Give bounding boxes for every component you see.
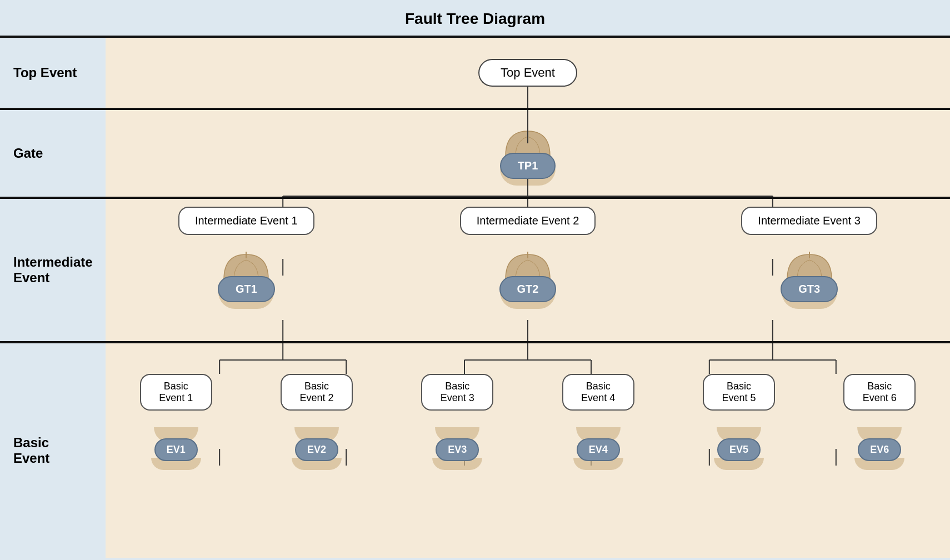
basic-event-box-2: BasicEvent 2	[281, 374, 353, 411]
intermediate-event-box-1: Intermediate Event 1	[178, 207, 314, 235]
top-event-row: Top Event Top Event	[0, 38, 950, 110]
ev3-pill: EV3	[436, 438, 479, 461]
basic-event-label: BasicEvent	[0, 343, 106, 558]
basic-event-row: BasicEvent	[0, 343, 950, 558]
basic-event-box-3: BasicEvent 3	[421, 374, 493, 411]
rows-container: Top Event Top Event Gate	[0, 38, 950, 558]
be1-text: BasicEvent 1	[159, 381, 193, 403]
intermediate-event-box-2: Intermediate Event 2	[460, 207, 596, 235]
basic-event-box-1: BasicEvent 1	[140, 374, 212, 411]
intermediate-event-box-3: Intermediate Event 3	[741, 207, 877, 235]
be4-text: BasicEvent 4	[581, 381, 615, 403]
basic-group-2: BasicEvent 2 EV2	[281, 374, 353, 470]
be2-text: BasicEvent 2	[299, 381, 333, 403]
be5-text: BasicEvent 5	[722, 381, 756, 403]
intermediate-group-2: Intermediate Event 2 GT2	[460, 207, 596, 302]
top-event-content: Top Event	[106, 38, 950, 108]
ev4-pill: EV4	[577, 438, 620, 461]
gt2-gate-pill: GT2	[499, 276, 557, 302]
basic-label-text: BasicEvent	[13, 435, 49, 466]
intermediate-group-3: Intermediate Event 3 GT3	[741, 207, 877, 302]
diagram-title: Fault Tree Diagram	[0, 0, 950, 38]
basic-content: BasicEvent 1 EV1 BasicEvent 2	[106, 343, 950, 558]
gt3-gate-pill: GT3	[781, 276, 838, 302]
basic-event-box-5: BasicEvent 5	[703, 374, 775, 411]
gate-row: Gate	[0, 110, 950, 199]
basic-group-1: BasicEvent 1 EV1	[140, 374, 212, 470]
basic-group-5: BasicEvent 5 EV5	[703, 374, 775, 470]
top-event-box: Top Event	[478, 59, 577, 87]
basic-event-box-4: BasicEvent 4	[562, 374, 634, 411]
ev1-pill: EV1	[154, 438, 198, 461]
basic-group-6: BasicEvent 6 EV6	[843, 374, 916, 470]
gt1-gate-pill: GT1	[218, 276, 275, 302]
basic-group-4: BasicEvent 4 EV4	[562, 374, 634, 470]
intermediate-event-label: IntermediateEvent	[0, 199, 106, 341]
gate-label: Gate	[0, 110, 106, 197]
basic-event-box-6: BasicEvent 6	[843, 374, 916, 411]
be3-text: BasicEvent 3	[441, 381, 474, 403]
ev2-pill: EV2	[295, 438, 338, 461]
ev6-pill: EV6	[858, 438, 901, 461]
tp1-gate-wrapper: TP1	[500, 128, 556, 179]
be6-text: BasicEvent 6	[863, 381, 897, 403]
tp1-gate-pill: TP1	[500, 153, 556, 179]
ev5-pill: EV5	[717, 438, 761, 461]
top-event-label: Top Event	[0, 38, 106, 108]
intermediate-label-text: IntermediateEvent	[13, 254, 93, 286]
intermediate-group-1: Intermediate Event 1	[178, 207, 314, 302]
basic-group-3: BasicEvent 3 EV3	[421, 374, 493, 470]
intermediate-content: Intermediate Event 1	[106, 199, 950, 341]
intermediate-event-row: IntermediateEvent Interme	[0, 199, 950, 343]
gate-content: TP1	[106, 110, 950, 197]
